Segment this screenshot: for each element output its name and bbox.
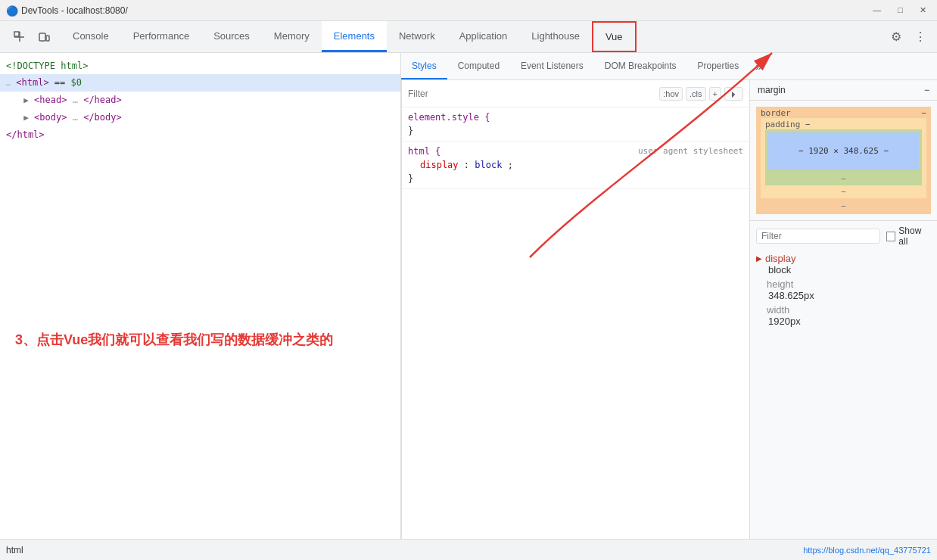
computed-show-all: Show all: [886, 226, 931, 247]
padding-box: − 1920 × 348.625 − −: [765, 129, 922, 185]
dom-line-body[interactable]: ▶ <body> … </body>: [0, 109, 400, 126]
new-rule-button[interactable]: ⏵: [724, 87, 743, 101]
dom-line-doctype: <!DOCTYPE html>: [0, 58, 400, 74]
device-icon[interactable]: [33, 26, 54, 48]
dom-panel: <!DOCTYPE html> … <html> == $0 ▶ <head> …: [0, 53, 401, 539]
tab-vue[interactable]: Vue: [592, 21, 637, 52]
tab-network[interactable]: Network: [387, 21, 447, 52]
styles-content: element.style { } html { user agent styl…: [402, 107, 749, 539]
tab-elements[interactable]: Elements: [322, 21, 387, 52]
sub-tab-event-listeners[interactable]: Event Listeners: [510, 53, 594, 79]
styles-filter-input[interactable]: [408, 89, 655, 99]
show-all-checkbox[interactable]: [886, 232, 895, 241]
computed-prop-display: ▶ display block: [756, 253, 931, 275]
content-box: − 1920 × 348.625 −: [768, 132, 919, 170]
styles-filter-bar: :hov .cls + ⏵: [402, 80, 749, 107]
title-bar: 🔵 DevTools - localhost:8080/ — □ ✕: [0, 0, 937, 21]
tab-icons-right: ⚙ ⋮: [886, 21, 937, 52]
box-model-panel: margin − border − padding −: [749, 80, 937, 539]
style-rule-element: element.style { }: [402, 107, 749, 142]
tab-sources[interactable]: Sources: [201, 21, 262, 52]
panels-row: :hov .cls + ⏵ element.style { }: [401, 80, 937, 539]
tab-application[interactable]: Application: [447, 21, 520, 52]
box-model-title: margin −: [750, 80, 937, 101]
annotation-area: 3、点击Vue我们就可以查看我们写的数据缓冲之类的: [0, 300, 400, 539]
svg-rect-3: [39, 33, 45, 41]
border-box: padding − − 1920 × 348.625: [761, 118, 926, 198]
tab-icons-left: [3, 21, 61, 52]
sub-tab-computed[interactable]: Computed: [447, 53, 510, 79]
right-section: Styles Computed Event Listeners DOM Brea…: [401, 53, 937, 539]
minimize-button[interactable]: —: [868, 4, 886, 17]
tab-bar: Console Performance Sources Memory Eleme…: [0, 21, 937, 53]
sub-tab-properties[interactable]: Properties: [686, 53, 749, 79]
favicon-icon: 🔵: [6, 5, 17, 16]
inspect-icon[interactable]: [9, 26, 30, 48]
status-bar: html https://blog.csdn.net/qq_43775721: [0, 539, 937, 560]
dom-line-head[interactable]: ▶ <head> … </head>: [0, 92, 400, 109]
computed-filter-input[interactable]: [756, 229, 880, 244]
tab-console[interactable]: Console: [61, 21, 121, 52]
hover-pseudo-button[interactable]: :hov: [659, 87, 683, 101]
annotation-text: 3、点击Vue我们就可以查看我们写的数据缓冲之类的: [15, 331, 333, 349]
box-visual: border − padding −: [756, 107, 931, 214]
style-rule-html: html { user agent stylesheet display : b…: [402, 142, 749, 189]
maximize-button[interactable]: □: [893, 4, 907, 17]
styles-filter-actions: :hov .cls + ⏵: [659, 87, 743, 101]
more-options-icon[interactable]: ⋮: [910, 26, 931, 48]
computed-filter-row: Show all: [756, 226, 931, 247]
styles-area: :hov .cls + ⏵ element.style { }: [401, 80, 749, 539]
computed-section: Show all ▶ display block: [750, 220, 937, 539]
dom-content: <!DOCTYPE html> … <html> == $0 ▶ <head> …: [0, 53, 400, 300]
cls-button[interactable]: .cls: [686, 87, 706, 101]
dom-line-html[interactable]: … <html> == $0: [0, 74, 400, 92]
dom-line-close-html: </html>: [0, 126, 400, 143]
tab-performance[interactable]: Performance: [121, 21, 201, 52]
expand-display-icon[interactable]: ▶: [756, 254, 762, 263]
status-breadcrumb: html: [6, 545, 23, 555]
computed-prop-width: width 1920px: [756, 304, 931, 327]
margin-box: border − padding −: [756, 107, 931, 214]
title-bar-controls: — □ ✕: [868, 4, 931, 17]
sub-tab-more-icon[interactable]: »: [749, 53, 767, 79]
title-text: DevTools - localhost:8080/: [21, 5, 128, 16]
sub-tab-dom-breakpoints[interactable]: DOM Breakpoints: [594, 53, 687, 79]
svg-rect-0: [14, 32, 19, 36]
tab-lighthouse[interactable]: Lighthouse: [519, 21, 592, 52]
sub-tab-styles[interactable]: Styles: [401, 53, 447, 79]
title-bar-left: 🔵 DevTools - localhost:8080/: [6, 5, 128, 16]
close-button[interactable]: ✕: [915, 4, 931, 17]
settings-icon[interactable]: ⚙: [886, 26, 907, 48]
svg-rect-4: [46, 36, 49, 41]
add-style-button[interactable]: +: [709, 87, 721, 101]
computed-prop-height: height 348.625px: [756, 278, 931, 301]
sub-tab-bar: Styles Computed Event Listeners DOM Brea…: [401, 53, 937, 80]
tab-memory[interactable]: Memory: [262, 21, 322, 52]
status-url: https://blog.csdn.net/qq_43775721: [803, 546, 931, 555]
